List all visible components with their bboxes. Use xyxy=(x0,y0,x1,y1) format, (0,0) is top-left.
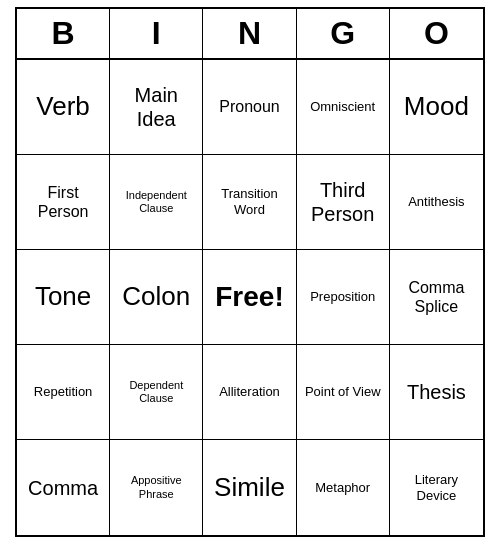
bingo-cell: Verb xyxy=(17,60,110,155)
bingo-cell: Thesis xyxy=(390,345,483,440)
bingo-cell: Comma xyxy=(17,440,110,535)
bingo-cell: Literary Device xyxy=(390,440,483,535)
cell-text: Thesis xyxy=(407,380,466,404)
cell-text: Colon xyxy=(122,281,190,312)
cell-text: Simile xyxy=(214,472,285,503)
header-letter: I xyxy=(110,9,203,58)
cell-text: Transition Word xyxy=(207,186,291,217)
cell-text: Appositive Phrase xyxy=(114,474,198,500)
cell-text: Point of View xyxy=(305,384,381,400)
cell-text: Verb xyxy=(36,91,90,122)
cell-text: Free! xyxy=(215,280,283,314)
bingo-cell: Antithesis xyxy=(390,155,483,250)
bingo-cell: Pronoun xyxy=(203,60,296,155)
cell-text: Independent Clause xyxy=(114,189,198,215)
bingo-card: BINGO VerbMain IdeaPronounOmniscientMood… xyxy=(15,7,485,537)
bingo-cell: Independent Clause xyxy=(110,155,203,250)
bingo-cell: Tone xyxy=(17,250,110,345)
bingo-cell: Free! xyxy=(203,250,296,345)
bingo-cell: Main Idea xyxy=(110,60,203,155)
bingo-cell: Mood xyxy=(390,60,483,155)
header-letter: G xyxy=(297,9,390,58)
cell-text: Tone xyxy=(35,281,91,312)
cell-text: Comma Splice xyxy=(394,278,479,316)
cell-text: Antithesis xyxy=(408,194,464,210)
bingo-cell: Repetition xyxy=(17,345,110,440)
cell-text: Alliteration xyxy=(219,384,280,400)
bingo-cell: Metaphor xyxy=(297,440,390,535)
cell-text: Pronoun xyxy=(219,97,280,116)
bingo-cell: Comma Splice xyxy=(390,250,483,345)
cell-text: Main Idea xyxy=(114,83,198,131)
bingo-cell: Dependent Clause xyxy=(110,345,203,440)
cell-text: Preposition xyxy=(310,289,375,305)
bingo-header: BINGO xyxy=(17,9,483,60)
bingo-cell: Third Person xyxy=(297,155,390,250)
bingo-cell: Point of View xyxy=(297,345,390,440)
bingo-grid: VerbMain IdeaPronounOmniscientMoodFirst … xyxy=(17,60,483,535)
bingo-cell: Simile xyxy=(203,440,296,535)
cell-text: Comma xyxy=(28,476,98,500)
bingo-cell: Preposition xyxy=(297,250,390,345)
cell-text: Third Person xyxy=(301,178,385,226)
bingo-cell: Transition Word xyxy=(203,155,296,250)
cell-text: Literary Device xyxy=(394,472,479,503)
cell-text: Omniscient xyxy=(310,99,375,115)
cell-text: Repetition xyxy=(34,384,93,400)
bingo-cell: Alliteration xyxy=(203,345,296,440)
cell-text: Metaphor xyxy=(315,480,370,496)
cell-text: Mood xyxy=(404,91,469,122)
bingo-cell: Omniscient xyxy=(297,60,390,155)
bingo-cell: Appositive Phrase xyxy=(110,440,203,535)
cell-text: Dependent Clause xyxy=(114,379,198,405)
cell-text: First Person xyxy=(21,183,105,221)
header-letter: N xyxy=(203,9,296,58)
bingo-cell: Colon xyxy=(110,250,203,345)
header-letter: O xyxy=(390,9,483,58)
header-letter: B xyxy=(17,9,110,58)
bingo-cell: First Person xyxy=(17,155,110,250)
